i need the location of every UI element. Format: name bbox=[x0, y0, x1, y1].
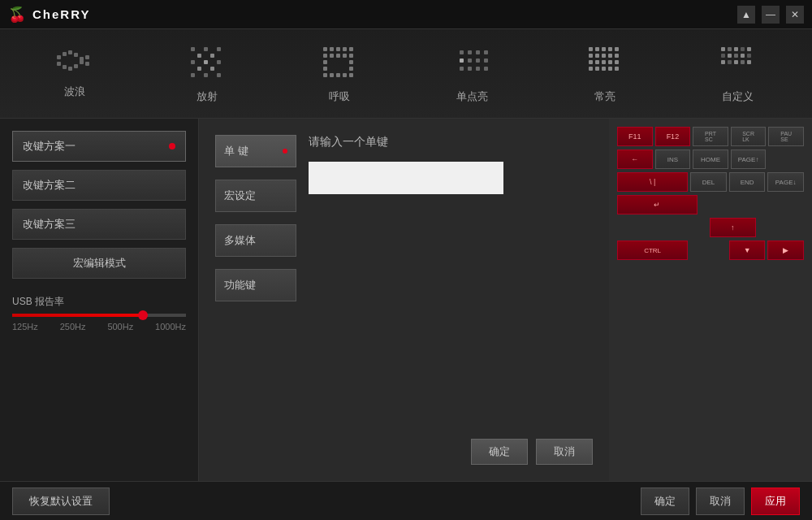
svg-rect-76 bbox=[721, 47, 725, 51]
svg-rect-28 bbox=[343, 47, 347, 51]
svg-rect-37 bbox=[323, 67, 327, 71]
key-prtsc[interactable]: PRTSC bbox=[693, 127, 728, 146]
svg-rect-39 bbox=[323, 73, 327, 77]
key-ctrl[interactable]: CTRL bbox=[617, 240, 688, 260]
svg-rect-25 bbox=[323, 47, 327, 51]
key-f12[interactable]: F12 bbox=[655, 127, 691, 146]
restore-defaults-button[interactable]: 恢复默认设置 bbox=[12, 488, 110, 515]
effect-custom[interactable]: 自定义 bbox=[672, 29, 804, 118]
svg-rect-71 bbox=[589, 67, 593, 71]
svg-rect-74 bbox=[608, 67, 612, 71]
svg-rect-59 bbox=[608, 47, 612, 51]
key-end[interactable]: END bbox=[729, 172, 766, 192]
dialog-cancel-button[interactable]: 取消 bbox=[536, 439, 593, 465]
svg-rect-63 bbox=[602, 54, 606, 58]
svg-rect-7 bbox=[63, 65, 67, 69]
svg-rect-86 bbox=[721, 60, 725, 64]
svg-rect-55 bbox=[484, 67, 488, 71]
key-enter[interactable]: ↵ bbox=[617, 195, 698, 214]
key-left[interactable]: ← bbox=[617, 150, 653, 169]
svg-rect-0 bbox=[57, 55, 61, 59]
svg-rect-73 bbox=[602, 67, 606, 71]
dialog-confirm-button[interactable]: 确定 bbox=[471, 439, 528, 465]
kb-row-4: ↵ bbox=[617, 195, 804, 214]
svg-rect-15 bbox=[191, 60, 195, 64]
svg-rect-22 bbox=[210, 54, 214, 58]
key-input-field[interactable] bbox=[309, 162, 503, 194]
maximize-button[interactable]: — bbox=[762, 6, 780, 24]
key-del[interactable]: DEL bbox=[690, 172, 727, 192]
key-down[interactable]: ▼ bbox=[729, 240, 766, 260]
svg-rect-53 bbox=[468, 67, 472, 71]
effect-wave[interactable]: 波浪 bbox=[8, 29, 140, 118]
svg-rect-45 bbox=[468, 50, 472, 54]
bottom-confirm-button[interactable]: 确定 bbox=[641, 488, 689, 515]
key-empty2 bbox=[700, 195, 733, 214]
effect-constant[interactable]: 常亮 bbox=[538, 29, 671, 118]
svg-rect-35 bbox=[323, 60, 327, 64]
key-pgdn[interactable]: PAGE↓ bbox=[767, 172, 804, 192]
svg-rect-27 bbox=[336, 47, 340, 51]
function-button[interactable]: 功能键 bbox=[215, 269, 296, 301]
scheme2-button[interactable]: 改键方案二 bbox=[12, 170, 186, 201]
svg-rect-90 bbox=[747, 60, 751, 64]
key-input-prompt: 请输入一个单键 bbox=[309, 135, 593, 150]
key-right[interactable]: ▶ bbox=[767, 240, 804, 260]
effect-radiate[interactable]: 放射 bbox=[140, 29, 273, 118]
macro-button[interactable]: 宏设定 bbox=[215, 180, 296, 212]
svg-rect-17 bbox=[217, 60, 221, 64]
media-button[interactable]: 多媒体 bbox=[215, 224, 296, 257]
svg-rect-84 bbox=[741, 54, 745, 58]
svg-rect-62 bbox=[595, 54, 599, 58]
dialog-overlay: 单 键 宏设定 多媒体 功能键 bbox=[199, 119, 812, 481]
key-input-area: 请输入一个单键 确定 取消 bbox=[309, 135, 593, 465]
effects-row: 波浪 放射 bbox=[0, 29, 812, 119]
kb-row-1: F11 F12 PRTSC SCRLK PAUSE bbox=[617, 127, 804, 146]
breathe-effect-icon bbox=[320, 44, 359, 83]
app-title: CheRRY bbox=[32, 7, 90, 21]
key-f11[interactable]: F11 bbox=[617, 127, 653, 146]
svg-rect-18 bbox=[191, 73, 195, 77]
bottom-actions: 确定 取消 应用 bbox=[641, 488, 800, 515]
svg-rect-38 bbox=[349, 67, 353, 71]
dialog-actions: 确定 取消 bbox=[471, 439, 593, 465]
usb-section: USB 报告率 125Hz 250Hz 500Hz 1000Hz bbox=[12, 295, 186, 332]
svg-rect-42 bbox=[343, 73, 347, 77]
svg-rect-83 bbox=[734, 54, 738, 58]
constant-effect-icon bbox=[585, 44, 624, 83]
bottom-apply-button[interactable]: 应用 bbox=[751, 488, 800, 515]
svg-rect-32 bbox=[336, 54, 340, 58]
effect-single[interactable]: 单点亮 bbox=[406, 29, 538, 118]
svg-rect-43 bbox=[349, 73, 353, 77]
svg-rect-87 bbox=[728, 60, 732, 64]
single-key-button[interactable]: 单 键 bbox=[215, 135, 296, 167]
svg-rect-81 bbox=[721, 54, 725, 58]
usb-slider-thumb[interactable] bbox=[138, 310, 148, 320]
key-pgup[interactable]: PAGE↑ bbox=[731, 150, 767, 169]
scheme1-button[interactable]: 改键方案一 bbox=[12, 131, 186, 162]
svg-rect-16 bbox=[204, 60, 208, 64]
svg-rect-11 bbox=[85, 62, 89, 66]
bottom-cancel-button[interactable]: 取消 bbox=[696, 488, 745, 515]
svg-rect-64 bbox=[608, 54, 612, 58]
svg-rect-33 bbox=[343, 54, 347, 58]
close-button[interactable]: ✕ bbox=[786, 6, 804, 24]
svg-rect-72 bbox=[595, 67, 599, 71]
key-home[interactable]: HOME bbox=[693, 150, 728, 169]
svg-rect-26 bbox=[330, 47, 334, 51]
svg-rect-82 bbox=[728, 54, 732, 58]
key-ins[interactable]: INS bbox=[655, 150, 691, 169]
key-pause[interactable]: PAUSE bbox=[768, 127, 804, 146]
effect-breathe[interactable]: 呼吸 bbox=[274, 29, 406, 118]
svg-rect-12 bbox=[191, 47, 195, 51]
scheme3-button[interactable]: 改键方案三 bbox=[12, 209, 186, 240]
breathe-label: 呼吸 bbox=[329, 89, 350, 104]
key-up[interactable]: ↑ bbox=[710, 218, 756, 237]
macro-edit-button[interactable]: 宏编辑模式 bbox=[12, 248, 186, 279]
key-backslash[interactable]: \ | bbox=[617, 172, 688, 192]
key-scrlk[interactable]: SCRLK bbox=[731, 127, 767, 146]
svg-rect-57 bbox=[595, 47, 599, 51]
minimize-button[interactable]: ▲ bbox=[737, 6, 755, 24]
svg-rect-40 bbox=[330, 73, 334, 77]
svg-rect-89 bbox=[741, 60, 745, 64]
